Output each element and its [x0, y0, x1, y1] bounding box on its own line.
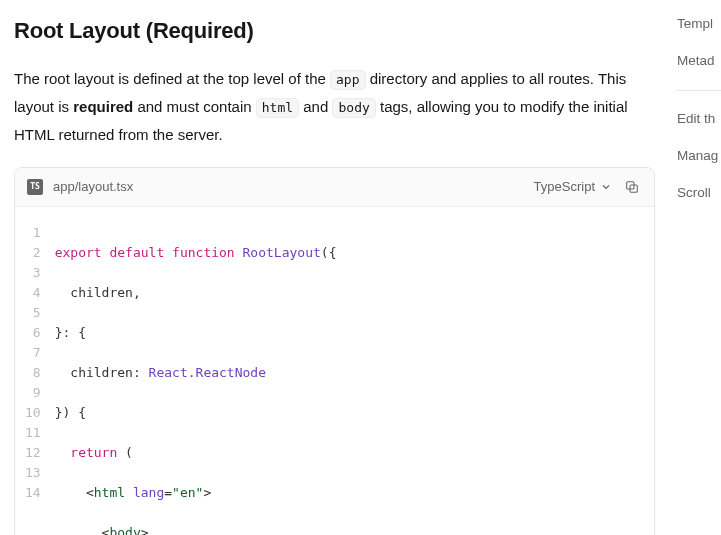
copy-icon — [624, 179, 640, 195]
sidebar-item-scroll[interactable]: Scroll — [673, 175, 721, 212]
line-number: 6 — [25, 323, 41, 343]
inline-code-app: app — [330, 70, 365, 90]
sidebar-item-edit[interactable]: Edit th — [673, 101, 721, 138]
ts-badge-icon: TS — [27, 179, 43, 195]
sidebar-item-templates[interactable]: Templ — [673, 6, 721, 43]
line-number: 7 — [25, 343, 41, 363]
text-required: required — [73, 98, 133, 115]
language-selector[interactable]: TypeScript — [534, 176, 612, 198]
right-sidebar: Templ Metad Edit th Manag Scroll — [673, 0, 721, 535]
line-number: 13 — [25, 463, 41, 483]
line-number: 14 — [25, 483, 41, 503]
line-number: 1 — [25, 223, 41, 243]
code-block: TS app/layout.tsx TypeScript 1 2 — [14, 167, 655, 535]
inline-code-html: html — [256, 98, 299, 118]
line-number: 3 — [25, 263, 41, 283]
sidebar-item-manage[interactable]: Manag — [673, 138, 721, 175]
line-number: 2 — [25, 243, 41, 263]
code-line: children, — [55, 283, 640, 303]
line-number: 10 — [25, 403, 41, 423]
language-label: TypeScript — [534, 176, 595, 198]
code-line: }) { — [55, 403, 640, 423]
line-number: 9 — [25, 383, 41, 403]
line-number: 4 — [25, 283, 41, 303]
line-number-gutter: 1 2 3 4 5 6 7 8 9 10 11 12 13 14 — [15, 223, 55, 535]
line-number: 12 — [25, 443, 41, 463]
code-line: <html lang="en"> — [55, 483, 640, 503]
line-number: 8 — [25, 363, 41, 383]
text: and — [299, 98, 332, 115]
inline-code-body: body — [332, 98, 375, 118]
code-filename: app/layout.tsx — [53, 176, 524, 198]
code-line: children: React.ReactNode — [55, 363, 640, 383]
section-heading: Root Layout (Required) — [14, 12, 655, 49]
code-body: 1 2 3 4 5 6 7 8 9 10 11 12 13 14 export … — [15, 207, 654, 535]
section-paragraph: The root layout is defined at the top le… — [14, 65, 655, 148]
sidebar-item-metadata[interactable]: Metad — [673, 43, 721, 80]
line-number: 5 — [25, 303, 41, 323]
chevron-down-icon — [600, 181, 612, 193]
text: and must contain — [133, 98, 256, 115]
main-content: Root Layout (Required) The root layout i… — [0, 0, 673, 535]
copy-button[interactable] — [622, 177, 642, 197]
code-line: return ( — [55, 443, 640, 463]
code-line: }: { — [55, 323, 640, 343]
code-line: <body> — [55, 523, 640, 535]
code-block-header: TS app/layout.tsx TypeScript — [15, 168, 654, 207]
code-lines: export default function RootLayout({ chi… — [55, 223, 654, 535]
text: The root layout is defined at the top le… — [14, 70, 330, 87]
sidebar-divider — [677, 90, 721, 91]
code-line: export default function RootLayout({ — [55, 243, 640, 263]
line-number: 11 — [25, 423, 41, 443]
